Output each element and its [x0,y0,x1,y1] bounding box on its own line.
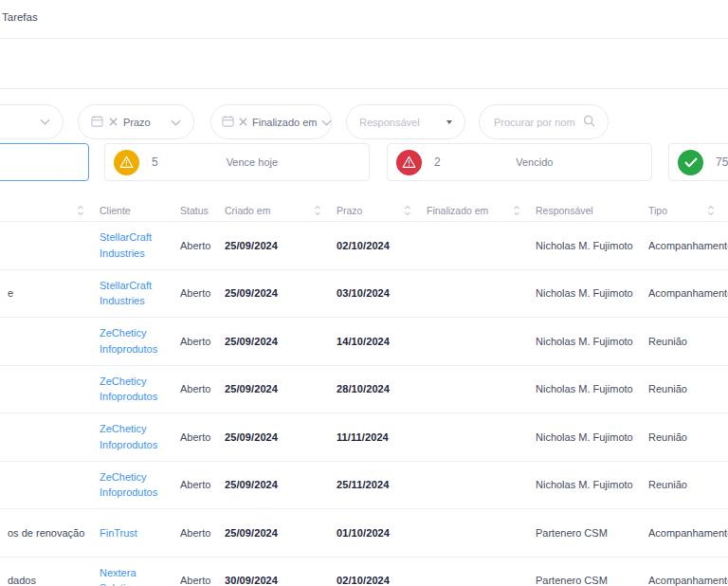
type-cell: Acompanhamento [641,527,728,539]
due-cell: 01/10/2024 [329,527,419,539]
card-count: 5 [152,156,158,169]
sort-icon[interactable] [404,205,411,216]
status-cell: Aberto [173,287,217,299]
client-link[interactable]: StellarCraft Industries [92,229,173,261]
calendar-icon [222,115,234,129]
table-row[interactable]: dados Nextera Solutions Aberto 30/09/202… [0,558,728,586]
client-link[interactable]: ZeCheticy Infoprodutos [92,374,173,405]
type-cell: Acompanhamento [641,287,728,299]
col-responsavel: Responsável [528,205,641,216]
client-link[interactable]: Nextera Solutions [92,565,173,586]
due-cell: 25/11/2024 [329,479,419,490]
summary-card-selected[interactable] [0,143,89,181]
created-cell: 25/09/2024 [217,383,329,394]
table-row[interactable]: StellarCraft Industries Aberto 25/09/202… [0,222,728,270]
created-cell: 25/09/2024 [217,479,329,490]
page-title: Tarefas [2,11,38,23]
client-link[interactable]: FinTrust [92,525,173,541]
status-cell: Aberto [173,336,217,347]
sort-icon[interactable] [314,205,321,216]
due-cell: 14/10/2024 [329,336,419,347]
search-input[interactable] [492,116,577,129]
task-name: os de renovação [0,527,92,539]
created-cell: 30/09/2024 [217,575,329,586]
col-prazo[interactable]: Prazo [329,205,419,216]
status-cell: Aberto [173,479,217,490]
table-row[interactable]: ZeCheticy Infoprodutos Aberto 25/09/2024… [0,462,728,510]
chevron-down-icon[interactable] [171,117,181,128]
created-cell: 25/09/2024 [217,240,329,251]
due-cell: 03/10/2024 [329,287,419,299]
filter-pill-partial[interactable] [0,104,64,139]
sort-icon[interactable] [77,205,84,216]
task-name: dados [0,575,92,586]
chevron-down-icon[interactable] [321,117,332,128]
filter-pill-finalizado[interactable]: Finalizado em [210,104,332,139]
card-count: 75 [716,156,728,169]
responsible-cell: Nicholas M. Fujimoto [528,336,641,347]
table-row[interactable]: ZeCheticy Infoprodutos Aberto 25/09/2024… [0,318,728,366]
type-cell: Reunião [641,383,728,394]
due-cell: 02/10/2024 [329,575,419,586]
responsible-cell: Nicholas M. Fujimoto [528,287,641,299]
responsible-cell: Nicholas M. Fujimoto [528,431,641,443]
sort-icon[interactable] [707,205,715,216]
card-label: Vencido [441,156,651,168]
responsible-cell: Nicholas M. Fujimoto [528,240,641,251]
summary-card-vencido[interactable]: 2 Vencido [387,143,652,181]
warning-triangle-icon [396,150,422,175]
col-cliente: Cliente [92,205,173,216]
created-cell: 25/09/2024 [217,287,329,299]
chevron-down-icon[interactable] [40,119,50,125]
card-count: 2 [434,156,441,169]
col-criado-em[interactable]: Criado em [217,205,329,216]
created-cell: 25/09/2024 [217,527,329,539]
due-cell: 11/11/2024 [329,431,419,443]
type-cell: Acompanhamento [641,575,728,586]
filter-label: Prazo [123,117,165,128]
divider [0,38,728,39]
client-link[interactable]: StellarCraft Industries [92,278,173,309]
col-finalizado-em[interactable]: Finalizado em [419,205,528,216]
summary-card-vence-hoje[interactable]: 5 Vence hoje [104,143,370,181]
client-link[interactable]: ZeCheticy Infoprodutos [92,469,173,501]
filter-label: Finalizado em [252,117,317,128]
responsavel-select[interactable]: Responsável [346,104,465,139]
table-row[interactable]: ZeCheticy Infoprodutos Aberto 25/09/2024… [0,413,728,462]
search-pill[interactable] [479,104,609,139]
due-cell: 28/10/2024 [329,383,419,394]
status-cell: Aberto [173,240,217,251]
responsible-cell: Partenero CSM [528,527,641,539]
col-tipo[interactable]: Tipo [641,205,728,216]
col-status: Status [173,205,217,216]
filter-pill-prazo[interactable]: Prazo [78,104,194,139]
type-cell: Reunião [641,479,728,490]
check-icon [678,150,703,175]
calendar-icon [91,115,103,129]
warning-triangle-icon [114,150,139,175]
status-cell: Aberto [173,431,217,443]
due-cell: 02/10/2024 [329,240,419,251]
type-cell: Reunião [641,336,728,347]
status-cell: Aberto [173,527,217,539]
responsible-cell: Nicholas M. Fujimoto [528,479,641,490]
tasks-page: Tarefas Prazo Finalizado em Respons [0,0,728,586]
client-link[interactable]: ZeCheticy Infoprodutos [92,325,173,357]
table-row[interactable]: ZeCheticy Infoprodutos Aberto 25/09/2024… [0,366,728,414]
status-cell: Aberto [173,383,217,394]
col-name[interactable] [0,205,92,216]
search-icon[interactable] [583,115,595,129]
status-cell: Aberto [173,575,217,586]
sort-icon[interactable] [513,205,520,216]
clear-filter-icon[interactable] [109,117,118,128]
table-row[interactable]: e StellarCraft Industries Aberto 25/09/2… [0,270,728,319]
divider [0,88,728,89]
created-cell: 25/09/2024 [217,336,329,347]
select-caret-icon [446,120,452,124]
clear-filter-icon[interactable] [239,117,247,128]
client-link[interactable]: ZeCheticy Infoprodutos [92,421,173,452]
responsible-cell: Nicholas M. Fujimoto [528,383,641,394]
table-row[interactable]: os de renovação FinTrust Aberto 25/09/20… [0,509,728,558]
task-name: e [0,287,92,299]
summary-card-finalizado[interactable]: 75 [668,143,728,181]
